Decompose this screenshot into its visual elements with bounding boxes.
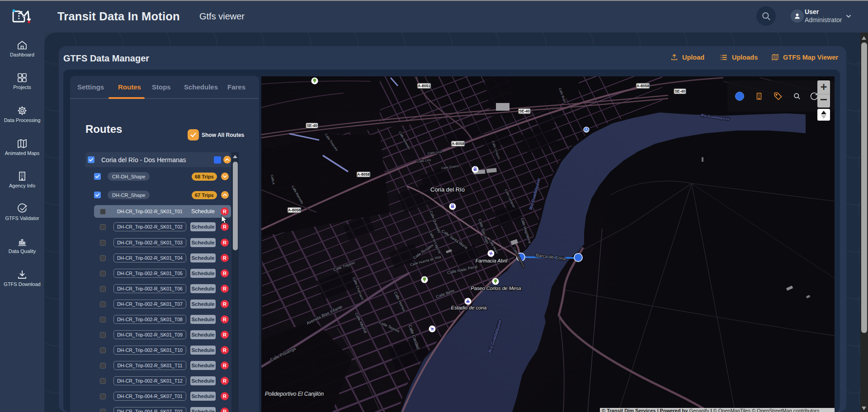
svg-text:A-8058: A-8058 [288,208,301,212]
svg-text:Estadio de coria: Estadio de coria [451,305,487,310]
svg-text:Farmacia Abril: Farmacia Abril [476,258,508,263]
svg-text:SE-40: SE-40 [675,89,685,94]
svg-text:A-8058: A-8058 [637,84,649,88]
svg-text:Paseo Corlos de Mesa: Paseo Corlos de Mesa [471,286,521,291]
svg-text:SE-40: SE-40 [307,123,317,128]
svg-text:Polideportivo El Canjilón: Polideportivo El Canjilón [265,391,324,397]
svg-text:A-8051: A-8051 [418,84,430,88]
svg-text:SE-40: SE-40 [519,109,530,113]
svg-text:A-8058: A-8058 [357,172,370,177]
svg-text:Coria del Río: Coria del Río [430,186,465,193]
svg-text:A-8058: A-8058 [452,141,464,146]
